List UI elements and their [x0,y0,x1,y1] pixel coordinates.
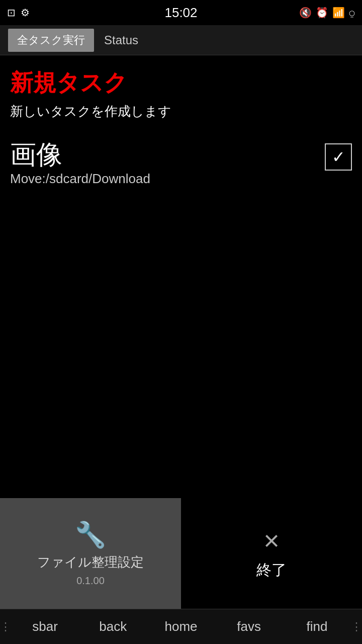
task-checkbox[interactable]: ✓ [325,143,352,171]
nav-dots-left: ⋮ [0,620,11,633]
nav-favs[interactable]: favs [215,609,283,644]
signal-icon: 📶 [332,7,345,19]
status-time: 15:02 [164,5,197,21]
status-bar: ⊡ ⚙ 15:02 🔇 ⏰ 📶 ⍜ [0,0,362,25]
nav-dots-right: ⋮ [351,620,362,633]
close-label: 終了 [256,560,287,581]
nav-bar: ⋮ sbar back home favs find ⋮ [0,609,362,644]
usb-icon: ⚙ [21,7,30,19]
task-section-subtitle: 新しいタスクを作成します [10,103,352,120]
mute-icon: 🔇 [299,7,312,19]
task-section-title: 新規タスク [10,67,352,99]
task-item-left: 画像 Move:/sdcard/Download [10,140,150,187]
status-left-icons: ⊡ ⚙ [7,7,30,19]
nav-sbar[interactable]: sbar [11,609,79,644]
settings-panel[interactable]: 🔧 ファイル整理設定 0.1.00 [0,498,181,609]
close-icon[interactable]: × [263,527,280,554]
task-item: 画像 Move:/sdcard/Download ✓ [10,140,352,187]
checkmark-icon: ✓ [332,147,345,167]
toolbar: 全タスク実行 Status [0,25,362,55]
wrench-icon: 🔧 [75,520,106,549]
task-item-name: 画像 [10,140,150,169]
panel-version: 0.1.00 [76,575,105,587]
nav-find[interactable]: find [283,609,351,644]
battery-icon: ⍜ [349,7,355,19]
android-icon: ⊡ [7,7,16,19]
nav-back[interactable]: back [79,609,147,644]
status-label: Status [104,33,138,47]
task-item-path: Move:/sdcard/Download [10,171,150,187]
alarm-icon: ⏰ [316,7,328,19]
status-right-icons: 🔇 ⏰ 📶 ⍜ [299,7,355,19]
panel-app-name: ファイル整理設定 [37,553,144,571]
run-all-button[interactable]: 全タスク実行 [8,29,94,52]
nav-home[interactable]: home [147,609,215,644]
main-content: 新規タスク 新しいタスクを作成します 画像 Move:/sdcard/Downl… [0,55,362,199]
close-area: × 終了 [181,498,362,609]
